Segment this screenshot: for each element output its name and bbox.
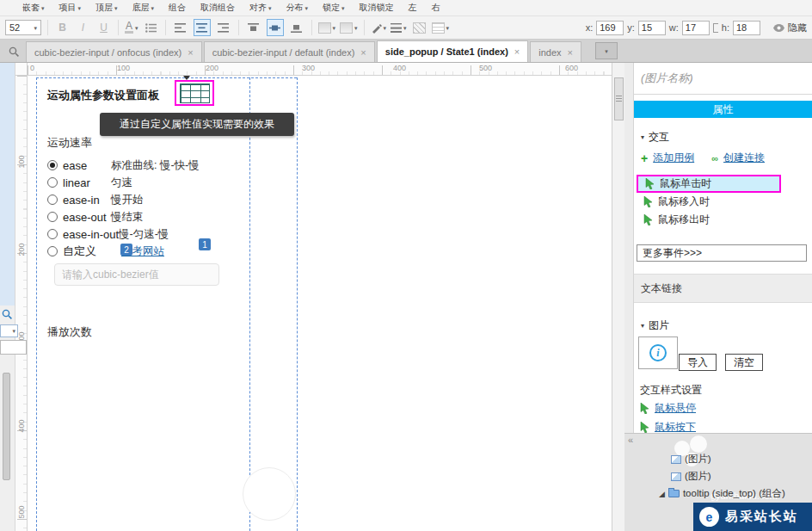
panel-filter-input[interactable] (0, 340, 27, 355)
tab-list-dropdown-button[interactable]: ▾ (595, 42, 618, 59)
radio-option-ease-in[interactable]: ease-in 慢开始 (47, 191, 200, 208)
x-input[interactable] (596, 21, 624, 35)
radio-option-ease[interactable]: ease 标准曲线: 慢-快-慢 (47, 157, 200, 174)
image-section-header[interactable]: ▾ 图片 (641, 318, 669, 333)
panel-title-text[interactable]: 运动属性参数设置面板 (47, 88, 159, 103)
scrollbar-thumb[interactable] (614, 77, 624, 120)
menu-item-bring-front[interactable]: 顶层▾ (95, 2, 118, 14)
collapse-panel-icon[interactable]: « (628, 435, 633, 445)
fill-color-button[interactable]: ▾ (318, 22, 336, 34)
clear-button[interactable]: 清空 (725, 354, 763, 371)
hide-button[interactable]: 隐藏 (773, 22, 807, 34)
menu-item-left[interactable]: 左 (409, 2, 417, 14)
close-icon[interactable]: × (568, 47, 573, 58)
page-tabbar: cubic-bezier-input / onfocus (index)× cu… (0, 40, 812, 63)
play-count-label[interactable]: 播放次数 (47, 324, 92, 340)
close-icon[interactable]: × (514, 46, 520, 57)
left-scrollbar-thumb[interactable] (3, 373, 10, 480)
menu-item-distribute[interactable]: 分布▾ (286, 2, 309, 14)
font-size-select[interactable]: 52▾ (5, 20, 41, 35)
more-events-button[interactable]: 更多事件>>> (637, 244, 807, 262)
coordinate-fields: x: y: w: h: (586, 21, 760, 35)
close-icon[interactable]: × (188, 47, 193, 58)
tab-properties[interactable]: 属性 (634, 101, 812, 118)
radio-option-ease-out[interactable]: ease-out 慢结束 (47, 208, 200, 225)
canvas-vertical-scrollbar[interactable] (612, 63, 624, 531)
event-mouse-click[interactable]: 鼠标单击时 (637, 175, 781, 193)
line-style-button[interactable]: ▾ (391, 23, 407, 33)
speed-section-label[interactable]: 运动速率 (47, 135, 92, 151)
underline-button[interactable]: U (95, 20, 112, 36)
design-canvas[interactable]: 运动属性参数设置面板 通过自定义属性值实现需要的效果 运动速率 ease 标准曲… (28, 76, 612, 531)
outline-row-image-2[interactable]: (图片) (671, 470, 711, 483)
panel-filter-dropdown[interactable]: ▾ (0, 324, 18, 337)
fill-color-icon (318, 22, 331, 34)
tab-side-popup-state1[interactable]: side_popup / State1 (index)× (377, 40, 528, 62)
tooltip-widget[interactable]: 通过自定义属性值实现需要的效果 (100, 113, 294, 136)
bullet-list-button[interactable] (143, 20, 159, 36)
tree-expander-icon[interactable]: ◢ (659, 490, 665, 498)
valign-middle-button[interactable] (267, 19, 284, 36)
radio-icon[interactable] (47, 194, 58, 205)
mouse-hover-style-row[interactable]: 鼠标悬停 (640, 401, 696, 416)
radio-option-linear[interactable]: linear 匀速 (47, 174, 200, 191)
panel-search-button[interactable] (2, 309, 12, 319)
italic-button[interactable]: I (75, 20, 91, 36)
tab-cubic-bezier-onfocus[interactable]: cubic-bezier-input / onfocus (index)× (26, 41, 202, 62)
create-connection-link[interactable]: 创建连接 (723, 151, 765, 165)
align-right-button[interactable] (215, 19, 232, 36)
tab-index[interactable]: index× (530, 41, 581, 62)
divider (118, 20, 119, 35)
menu-item-send-back[interactable]: 底层▾ (132, 2, 155, 14)
tab-cubic-bezier-default[interactable]: cubic-bezier-input / default (index)× (204, 41, 375, 62)
menu-item-unlock[interactable]: 取消锁定 (360, 2, 394, 14)
valign-middle-icon (269, 23, 280, 33)
menu-item-lock[interactable]: 锁定▾ (323, 2, 345, 14)
widget-name-field[interactable]: (图片名称) (641, 71, 693, 86)
site-logo-text: 易采站长站 (725, 509, 798, 525)
event-mouse-enter[interactable]: 鼠标移入时 (637, 193, 809, 211)
valign-top-button[interactable] (245, 19, 262, 36)
more-format-button[interactable]: ▾ (432, 22, 450, 34)
menu-item-nest[interactable]: 嵌套▾ (22, 2, 45, 14)
h-input[interactable] (733, 21, 760, 35)
pattern-button[interactable] (411, 20, 428, 36)
ruler-label: 200 (206, 64, 218, 72)
radio-icon[interactable] (47, 212, 58, 222)
radio-icon[interactable] (47, 229, 58, 239)
radio-selected-icon[interactable] (47, 160, 58, 170)
menu-item-align[interactable]: 对齐▾ (249, 2, 272, 14)
valign-bottom-button[interactable] (288, 19, 305, 36)
interaction-section-header[interactable]: ▾ 交互 (641, 130, 669, 145)
menu-item-ungroup[interactable]: 取消组合 (200, 2, 235, 14)
radio-icon[interactable] (47, 177, 58, 188)
font-color-button[interactable]: A ▾ (125, 22, 138, 34)
event-mouse-leave[interactable]: 鼠标移出时 (637, 211, 809, 229)
add-case-link[interactable]: 添加用例 (653, 151, 694, 165)
outline-row-image-1[interactable]: (图片) (671, 453, 711, 466)
radio-icon[interactable] (47, 246, 58, 256)
ruler-corner (15, 63, 28, 76)
tab-search-button[interactable] (2, 41, 26, 62)
import-button[interactable]: 导入 (679, 354, 717, 371)
menu-item-project[interactable]: 项目▾ (59, 2, 82, 14)
bold-button[interactable]: B (54, 20, 71, 36)
mouse-hover-link[interactable]: 鼠标悬停 (655, 401, 696, 416)
align-left-button[interactable] (172, 19, 189, 36)
close-icon[interactable]: × (360, 47, 366, 58)
y-input[interactable] (638, 21, 666, 35)
pen-style-button[interactable]: ▾ (371, 22, 387, 34)
circle-widget[interactable] (243, 467, 296, 521)
w-input[interactable] (682, 21, 710, 35)
left-panel-collapsed[interactable] (0, 63, 15, 306)
selected-table-widget[interactable] (175, 80, 214, 106)
border-color-button[interactable]: ▾ (340, 22, 358, 34)
align-center-button[interactable] (194, 19, 211, 36)
outline-row-tooltip-group[interactable]: ◢ tooltip (side_top) (组合) (659, 487, 785, 500)
radio-option-ease-in-out[interactable]: ease-in-out 慢-匀速-慢 (47, 225, 200, 243)
menu-item-group[interactable]: 组合 (169, 2, 186, 14)
cubic-bezier-input[interactable] (54, 263, 219, 286)
link-dimensions-icon[interactable] (713, 23, 718, 33)
menu-item-right[interactable]: 右 (432, 2, 440, 14)
image-preview-button[interactable]: i (638, 337, 678, 369)
